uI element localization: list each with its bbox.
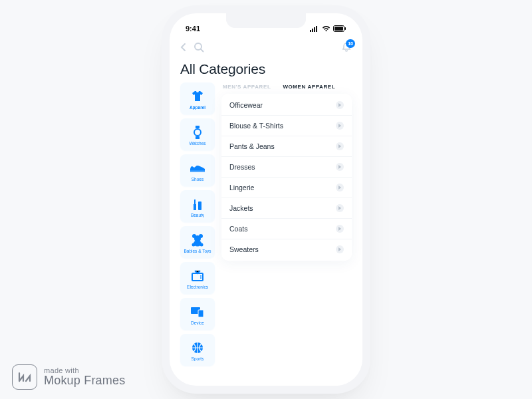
content-body: Apparel Watches Shoes Beauty <box>180 82 352 383</box>
sidebar-item-sports[interactable]: Sports <box>180 334 215 366</box>
sidebar-item-label: Sports <box>192 356 204 361</box>
sidebar-item-label: Babies & Toys <box>184 249 211 253</box>
chevron-right-icon <box>336 225 344 233</box>
chevron-right-icon <box>336 101 344 109</box>
chevron-right-icon <box>336 163 344 171</box>
sidebar-item-apparel[interactable]: Apparel <box>180 82 215 114</box>
chevron-right-icon <box>336 122 344 130</box>
watch-icon <box>194 125 201 140</box>
svg-rect-9 <box>196 126 200 128</box>
list-item-label: Pants & Jeans <box>229 142 275 150</box>
apparel-tabs: MEN'S APPAREL WOMEN APPAREL <box>221 82 352 94</box>
svg-point-10 <box>194 129 201 136</box>
watermark: made with Mokup Frames <box>12 364 125 390</box>
svg-rect-1 <box>312 29 313 32</box>
category-sidebar: Apparel Watches Shoes Beauty <box>180 82 215 383</box>
list-item[interactable]: Jackets <box>221 198 352 218</box>
teddy-bear-icon <box>191 233 204 247</box>
list-item[interactable]: Sweaters <box>221 239 352 259</box>
sidebar-item-label: Apparel <box>190 105 205 110</box>
list-item-label: Dresses <box>229 163 255 171</box>
svg-point-20 <box>200 243 203 246</box>
phone-notch <box>226 13 306 28</box>
shoe-icon <box>190 161 205 176</box>
tab-mens-apparel[interactable]: MEN'S APPAREL <box>223 84 271 90</box>
svg-rect-13 <box>194 204 196 210</box>
sidebar-item-electronics[interactable]: Electronics <box>180 262 215 294</box>
phone-frame: 9:41 10 All Categories <box>170 13 362 386</box>
chevron-right-icon <box>336 184 344 192</box>
svg-rect-11 <box>196 136 200 139</box>
battery-icon <box>333 25 346 32</box>
list-item[interactable]: Officewear <box>221 95 352 115</box>
chevron-right-icon <box>336 142 344 150</box>
svg-rect-3 <box>316 26 317 32</box>
svg-rect-12 <box>190 170 205 172</box>
svg-rect-25 <box>198 310 203 317</box>
list-item[interactable]: Coats <box>221 218 352 239</box>
svg-rect-2 <box>314 27 315 32</box>
sidebar-item-label: Shoes <box>192 177 203 182</box>
list-item-label: Coats <box>229 225 247 233</box>
tab-women-apparel[interactable]: WOMEN APPAREL <box>283 84 335 90</box>
svg-rect-14 <box>198 201 201 210</box>
search-icon[interactable] <box>194 42 204 55</box>
svg-point-19 <box>192 243 196 246</box>
svg-line-8 <box>201 49 203 52</box>
sidebar-item-label: Watches <box>189 141 205 146</box>
list-item[interactable]: Dresses <box>221 156 352 177</box>
list-item[interactable]: Blouse & T-Shirts <box>221 115 352 136</box>
svg-rect-6 <box>345 27 346 30</box>
sidebar-item-beauty[interactable]: Beauty <box>180 190 215 222</box>
page-title: All Categories <box>180 61 352 77</box>
list-item[interactable]: Pants & Jeans <box>221 136 352 156</box>
subcategory-panel: MEN'S APPAREL WOMEN APPAREL Officewear B… <box>221 82 352 383</box>
sidebar-item-shoes[interactable]: Shoes <box>180 154 215 186</box>
list-item-label: Jackets <box>229 204 253 212</box>
svg-rect-5 <box>334 27 343 31</box>
chevron-right-icon <box>336 245 344 253</box>
watermark-text: made with Mokup Frames <box>44 367 125 387</box>
back-icon[interactable] <box>180 43 187 55</box>
list-item-label: Officewear <box>229 101 263 109</box>
sidebar-item-babies-toys[interactable]: Babies & Toys <box>180 226 215 258</box>
wifi-icon <box>322 25 331 32</box>
sidebar-item-label: Electronics <box>187 285 208 289</box>
svg-point-22 <box>200 275 201 277</box>
watermark-line2: Mokup Frames <box>44 374 125 387</box>
list-item[interactable]: Lingerie <box>221 177 352 198</box>
tv-icon <box>191 269 204 283</box>
svg-rect-21 <box>192 273 203 281</box>
header: 10 <box>180 40 352 57</box>
list-item-label: Lingerie <box>229 184 254 192</box>
devices-icon <box>190 305 205 319</box>
list-item-label: Sweaters <box>229 245 259 253</box>
subcategory-list: Officewear Blouse & T-Shirts Pants & Jea… <box>221 94 352 261</box>
lipstick-icon <box>192 197 203 211</box>
basketball-icon <box>191 340 204 355</box>
status-time: 9:41 <box>186 25 200 33</box>
chevron-right-icon <box>336 204 344 212</box>
mokup-frames-logo-icon <box>12 364 37 390</box>
sidebar-item-label: Device <box>191 321 204 325</box>
status-indicators <box>310 25 346 32</box>
notifications-badge: 10 <box>346 39 355 48</box>
cellular-signal-icon <box>310 25 319 32</box>
notifications-button[interactable]: 10 <box>341 42 352 55</box>
svg-point-23 <box>200 277 201 279</box>
list-item-label: Blouse & T-Shirts <box>229 122 283 130</box>
sidebar-item-label: Beauty <box>191 213 204 217</box>
svg-rect-0 <box>310 30 311 32</box>
sidebar-item-device[interactable]: Device <box>180 298 215 330</box>
tshirt-icon <box>191 89 204 104</box>
sidebar-item-watches[interactable]: Watches <box>180 118 215 150</box>
